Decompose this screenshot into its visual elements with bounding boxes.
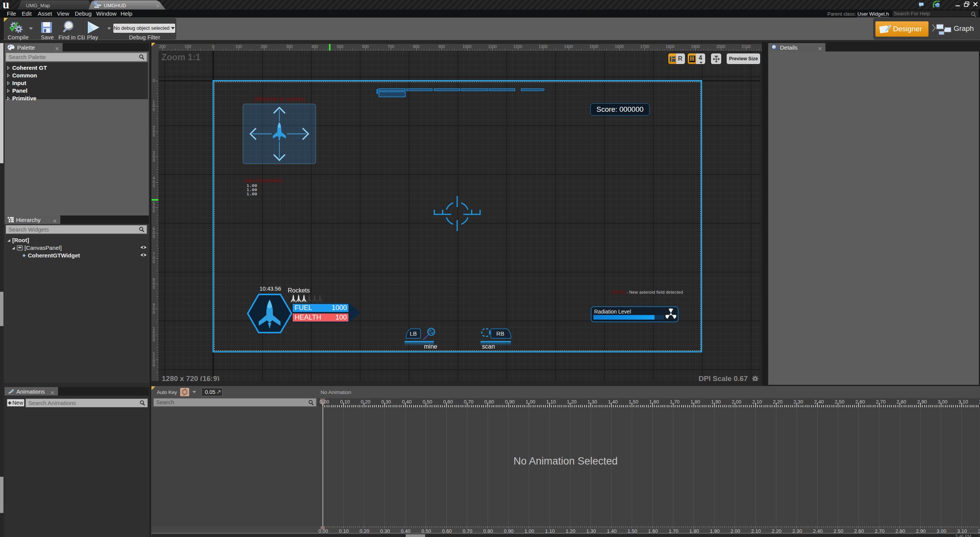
svg-text:LB: LB (410, 330, 417, 337)
svg-text:RB: RB (496, 330, 505, 337)
